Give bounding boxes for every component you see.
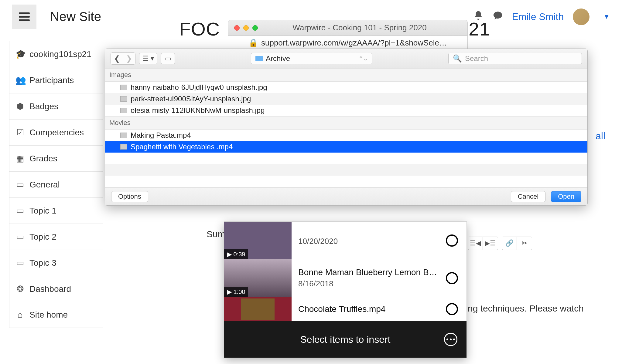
user-menu-caret-icon[interactable]: ▼ [603,13,610,21]
graduation-cap-icon: 🎓 [15,49,25,59]
hamburger-icon [19,12,30,21]
media-title: Chocolate Truffles.mp4 [298,304,439,314]
link-all[interactable]: all [596,130,605,142]
media-item[interactable]: ▶ 0:39 10/20/2020 [224,222,466,259]
sidebar-item-topic-2[interactable]: ▭Topic 2 [9,224,103,250]
minimize-window-icon[interactable] [243,25,249,31]
folder-icon: ▭ [15,232,25,242]
sidebar-item-label: Dashboard [29,284,71,294]
file-row[interactable]: hanny-naibaho-6JUjdlHyqw0-unsplash.jpg [105,82,587,93]
media-item[interactable]: ▶ 1:00 Bonne Maman Blueberry Lemon B…8/1… [224,259,466,297]
forward-button[interactable]: ❯ [123,53,135,64]
sidebar-item-badges[interactable]: ⬢Badges [9,93,103,120]
file-row[interactable]: park-street-uI900SItAyY-unsplash.jpg [105,93,587,105]
messages-icon[interactable] [493,10,503,23]
file-name: Making Pasta.mp4 [131,131,191,140]
sidebar-item-label: Site home [29,310,68,320]
media-date: 10/20/2020 [298,237,439,246]
dashboard-icon: ❂ [15,284,25,294]
file-row-selected[interactable]: Spaghetti with Vegetables .mp4 [105,141,587,153]
video-thumb-icon [120,144,127,150]
user-avatar[interactable] [573,8,590,25]
sidebar-item-label: General [29,180,60,190]
check-square-icon: ☑ [15,127,25,137]
duration-badge: ▶ 1:00 [224,287,248,297]
cancel-button[interactable]: Cancel [511,191,545,202]
menu-toggle-button[interactable] [12,5,36,29]
folder-icon [255,56,263,61]
outdent-button[interactable]: ☰◀ [468,237,483,250]
editor-toolbar-fragment: ☰◀ ▶☰ 🔗 ✂ [468,237,532,250]
user-name-link[interactable]: Emile Smith [512,11,564,22]
media-item[interactable]: Chocolate Truffles.mp4 [224,297,466,321]
select-radio[interactable] [446,303,458,315]
sidebar-item-dashboard[interactable]: ❂Dashboard [9,276,103,302]
image-thumb-icon [120,85,127,90]
folder-up-button[interactable]: ▭ [161,53,175,64]
updown-icon: ⌃⌄ [359,55,368,62]
sidebar-item-topic-1[interactable]: ▭Topic 1 [9,198,103,224]
maximize-window-icon[interactable] [252,25,258,31]
file-row-empty [105,153,587,164]
sidebar-item-label: Competencies [29,128,84,137]
select-radio[interactable] [446,234,458,247]
sidebar-item-label: Topic 3 [29,258,56,268]
file-row-empty [105,176,587,187]
group-movies-label: Movies [105,116,587,130]
lock-icon: 🔒 [248,38,258,48]
media-thumbnail [224,297,292,321]
sidebar-item-general[interactable]: ▭General [9,172,103,198]
location-dropdown[interactable]: Archive ⌃⌄ [251,53,372,64]
users-icon: 👥 [15,75,25,85]
image-thumb-icon [120,108,127,113]
sidebar-item-course[interactable]: 🎓cooking101sp21 [9,41,103,67]
folder-icon: ▭ [15,206,25,216]
sidebar-item-grades[interactable]: ▦Grades [9,146,103,172]
media-thumbnail: ▶ 1:00 [224,259,292,297]
address-bar[interactable]: 🔒 support.warpwire.com/w/gzAAAA/?pl=1&sh… [228,36,467,50]
location-label: Archive [266,54,290,63]
folder-icon: ▭ [15,180,25,190]
sidebar-item-site-home[interactable]: ⌂Site home [9,302,103,328]
media-date: 8/16/2018 [298,279,439,288]
shield-icon: ⬢ [15,101,25,111]
select-radio[interactable] [446,272,458,284]
options-button[interactable]: Options [111,191,148,202]
url-text: support.warpwire.com/w/gzAAAA/?pl=1&show… [261,38,447,48]
file-name: olesia-misty-112lUKNbNwM-unsplash.jpg [131,106,265,115]
indent-button[interactable]: ▶☰ [483,237,498,250]
media-thumbnail: ▶ 0:39 [224,222,292,259]
sidebar-item-competencies[interactable]: ☑Competencies [9,120,103,146]
link-button[interactable]: 🔗 [502,237,517,250]
sidebar-item-label: Topic 1 [29,206,56,216]
file-name: Spaghetti with Vegetables .mp4 [131,143,233,151]
view-mode-button[interactable]: ☰ ▾ [139,53,157,64]
search-placeholder: Search [465,54,488,63]
back-button[interactable]: ❮ [111,53,123,64]
file-row[interactable]: Making Pasta.mp4 [105,130,587,141]
media-picker-panel: ▶ 0:39 10/20/2020 ▶ 1:00 Bonne Maman Blu… [224,221,467,358]
summary-label-partial: Sum [207,229,225,239]
sidebar-item-label: Participants [29,76,74,85]
unlink-button[interactable]: ✂ [517,237,532,250]
footer-text: Select items to insert [300,334,391,345]
close-window-icon[interactable] [234,25,240,31]
sidebar-item-label: Grades [29,154,57,163]
file-row-empty [105,164,587,176]
folder-icon: ▭ [15,258,25,268]
more-menu-button[interactable] [444,333,457,346]
media-title: Bonne Maman Blueberry Lemon B… [298,268,439,277]
file-name: hanny-naibaho-6JUjdlHyqw0-unsplash.jpg [131,83,267,92]
duration-badge: ▶ 0:39 [224,249,248,259]
sidebar-item-topic-3[interactable]: ▭Topic 3 [9,250,103,276]
file-row[interactable]: olesia-misty-112lUKNbNwM-unsplash.jpg [105,105,587,116]
search-input[interactable]: 🔍 Search [448,53,582,64]
media-picker-footer: Select items to insert [224,321,466,358]
grid-icon: ▦ [15,153,25,163]
sidebar-item-participants[interactable]: 👥Participants [9,67,103,93]
video-thumb-icon [120,133,127,138]
course-sidebar: 🎓cooking101sp21 👥Participants ⬢Badges ☑C… [9,41,103,328]
sidebar-item-label: Topic 2 [29,232,56,242]
sidebar-item-label: Badges [29,102,58,111]
open-button[interactable]: Open [551,191,581,202]
